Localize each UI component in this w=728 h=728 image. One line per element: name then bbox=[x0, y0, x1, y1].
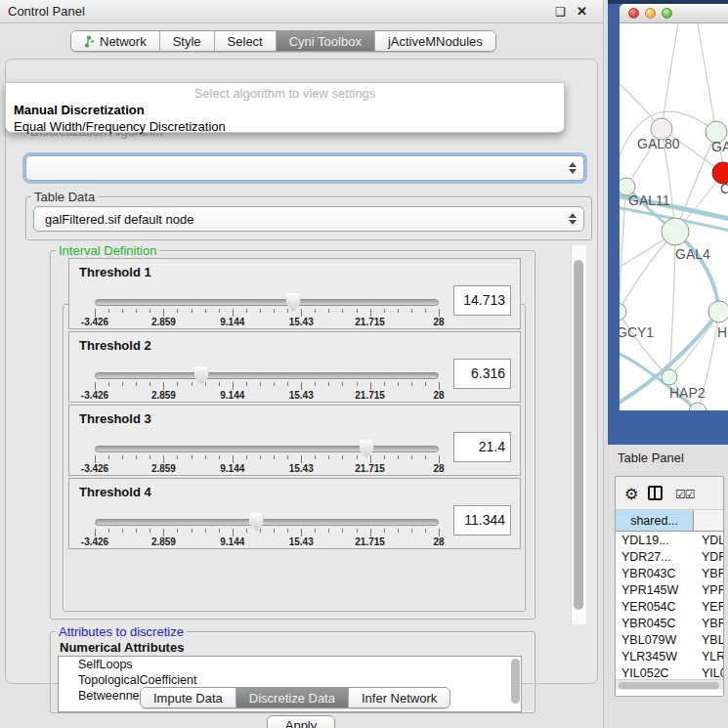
close-traffic-light[interactable] bbox=[628, 8, 639, 19]
tab-jactivemnodules[interactable]: jActiveMNodules bbox=[375, 31, 495, 51]
network-view-window: GAL80GACGAL11GAL4GCY1HHAP2 bbox=[608, 0, 728, 445]
table-cell: YBL07 bbox=[694, 631, 724, 648]
table-data-group-title: Table Data bbox=[31, 190, 98, 204]
table-cell: YBR04 bbox=[694, 565, 724, 581]
threshold-label: Threshold 4 bbox=[79, 485, 151, 499]
close-icon[interactable]: ✕ bbox=[577, 4, 587, 19]
threshold-value-field[interactable]: 14.713 bbox=[453, 285, 511, 316]
threshold-row-4: Threshold 4-3.4262.8599.14415.4321.71528… bbox=[68, 478, 521, 549]
threshold-value-field[interactable]: 6.316 bbox=[453, 359, 511, 389]
slider-track[interactable] bbox=[95, 519, 439, 526]
columns-icon[interactable] bbox=[648, 486, 663, 500]
tab-label: Style bbox=[173, 34, 201, 49]
panel-title: Control Panel bbox=[8, 4, 85, 19]
network-node-gal4[interactable] bbox=[662, 218, 689, 245]
node-label: GAL80 bbox=[637, 136, 680, 151]
table-panel-title: Table Panel bbox=[618, 450, 684, 465]
table-row[interactable]: YBL079WYBL07 bbox=[616, 631, 724, 648]
cyni-toolbox-content: Discretization Algorithm Table Data galF… bbox=[5, 59, 598, 684]
threshold-label: Threshold 2 bbox=[79, 338, 151, 353]
slider-tick-labels: -3.4262.8599.14415.4321.71528 bbox=[95, 390, 439, 401]
algorithm-combobox[interactable] bbox=[25, 155, 584, 181]
node-label: H bbox=[717, 324, 727, 340]
column-header-shared-name[interactable]: shared... bbox=[616, 510, 694, 532]
table-cell: YDL19 bbox=[694, 532, 724, 548]
gear-icon[interactable]: ⚙ bbox=[624, 485, 638, 503]
table-row[interactable]: YBR043CYBR04 bbox=[616, 565, 724, 581]
table-cell: YBR045C bbox=[616, 615, 694, 631]
top-tab-bar: NetworkStyleSelectCyni ToolboxjActiveMNo… bbox=[70, 30, 496, 52]
float-window-icon[interactable]: ❑ bbox=[555, 5, 566, 19]
attributes-list-scrollbar[interactable] bbox=[511, 659, 520, 704]
column-header-name[interactable]: na... bbox=[694, 510, 724, 532]
combo-stepper-icon bbox=[569, 162, 577, 174]
numerical-attributes-label: Numerical Attributes bbox=[60, 640, 184, 655]
table-cell: YPR145W bbox=[616, 581, 694, 598]
table-row[interactable]: YPR145WYPR14 bbox=[616, 581, 724, 598]
minimize-traffic-light[interactable] bbox=[645, 8, 656, 19]
apply-button[interactable]: Apply bbox=[267, 715, 335, 728]
table-row[interactable]: YDL19...YDL19 bbox=[616, 532, 724, 548]
network-node-hap2[interactable] bbox=[662, 369, 677, 385]
slider-track[interactable] bbox=[95, 372, 439, 379]
node-label: HAP2 bbox=[669, 385, 706, 401]
tab-infer-network[interactable]: Infer Network bbox=[349, 688, 450, 707]
tab-network[interactable]: Network bbox=[71, 31, 160, 51]
tab-label: Select bbox=[228, 34, 263, 49]
tab-label: Network bbox=[100, 34, 147, 49]
table-row[interactable]: YBR045CYBR04 bbox=[616, 615, 724, 631]
slider-ticks bbox=[95, 382, 439, 390]
tab-impute-data[interactable]: Impute Data bbox=[141, 688, 236, 707]
network-canvas[interactable]: GAL80GACGAL11GAL4GCY1HHAP2 bbox=[620, 23, 728, 410]
table-header: shared... na... bbox=[616, 510, 724, 532]
network-window-titlebar[interactable] bbox=[620, 4, 728, 23]
table-horizontal-scrollbar[interactable] bbox=[616, 679, 723, 690]
algorithm-dropdown-popup: Select algorithm to view settings Manual… bbox=[5, 82, 565, 133]
node-label: GA bbox=[711, 139, 728, 154]
checkbox-icons[interactable]: ☑☑ bbox=[675, 488, 695, 501]
threshold-value-field[interactable]: 21.4 bbox=[453, 432, 511, 462]
threshold-row-2: Threshold 2-3.4262.8599.14415.4321.71528… bbox=[68, 331, 521, 403]
control-panel-header: Control Panel ❑ ✕ bbox=[0, 0, 603, 23]
table-cell: YER054C bbox=[616, 598, 694, 615]
network-node-h[interactable] bbox=[708, 301, 728, 322]
popup-item-equal-width-frequency[interactable]: Equal Width/Frequency Discretization bbox=[6, 118, 564, 135]
content-scrollbar-thumb[interactable] bbox=[574, 260, 583, 610]
interval-definition-title: Interval Definition bbox=[56, 243, 159, 258]
popup-item-manual-discretization[interactable]: Manual Discretization bbox=[6, 102, 564, 118]
table-row[interactable]: YLR345WYLR34 bbox=[616, 648, 724, 664]
threshold-value-field[interactable]: 11.344 bbox=[453, 505, 511, 535]
attribute-item-selfloops[interactable]: SelfLoops bbox=[59, 657, 521, 672]
network-node-gcy1[interactable] bbox=[620, 303, 626, 321]
table-cell: YDR27... bbox=[616, 548, 694, 565]
table-cell: YPR14 bbox=[694, 581, 724, 598]
tab-discretize-data[interactable]: Discretize Data bbox=[236, 688, 349, 707]
network-icon bbox=[84, 35, 95, 48]
node-label: C bbox=[720, 181, 728, 196]
attribute-item-topologicalcoefficient[interactable]: TopologicalCoefficient bbox=[59, 672, 521, 688]
network-node[interactable] bbox=[689, 403, 707, 410]
node-label: GAL4 bbox=[675, 246, 710, 262]
tab-style[interactable]: Style bbox=[160, 31, 215, 51]
table-cell: YLR34 bbox=[694, 648, 724, 664]
tab-label: Impute Data bbox=[153, 691, 223, 706]
table-panel: ⚙ ☑☑ shared... na... YDL19...YDL19YDR27.… bbox=[615, 476, 724, 697]
table-row[interactable]: YER054CYER05 bbox=[616, 598, 724, 615]
content-scrollbar[interactable] bbox=[571, 245, 586, 624]
tab-cyni-toolbox[interactable]: Cyni Toolbox bbox=[277, 31, 375, 51]
slider-ticks bbox=[95, 529, 439, 536]
table-row[interactable]: YDR27...YDR27 bbox=[616, 548, 724, 565]
table-rows: YDL19...YDL19YDR27...YDR27YBR043CYBR04YP… bbox=[616, 532, 724, 681]
slider-track[interactable] bbox=[95, 299, 439, 306]
combo-stepper-icon bbox=[569, 213, 577, 225]
zoom-traffic-light[interactable] bbox=[662, 8, 672, 19]
slider-ticks bbox=[95, 455, 439, 463]
tab-select[interactable]: Select bbox=[215, 31, 277, 51]
slider-track[interactable] bbox=[95, 446, 439, 452]
table-cell: YBL079W bbox=[616, 631, 694, 648]
table-cell: YBR04 bbox=[694, 615, 724, 631]
threshold-row-3: Threshold 3-3.4262.8599.14415.4321.71528… bbox=[68, 405, 521, 476]
table-data-combobox[interactable]: galFiltered.sif default node bbox=[33, 206, 584, 232]
network-edge bbox=[698, 23, 716, 132]
tab-label: Discretize Data bbox=[249, 691, 335, 706]
